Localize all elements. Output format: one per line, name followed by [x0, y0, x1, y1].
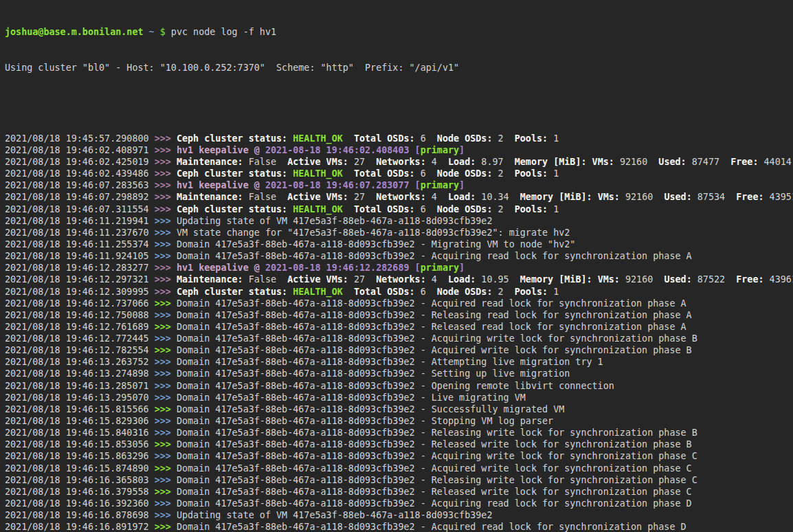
- log-message: Domain 417e5a3f-88eb-467a-a118-8d093cfb3…: [177, 498, 692, 509]
- label-total-osds: Total OSDs:: [343, 133, 415, 144]
- log-timestamp: 2021/08/18 19:46:15.829306: [5, 416, 155, 426]
- log-arrow: >>>: [155, 381, 177, 391]
- log-line: 2021/08/18 19:46:12.283277 >>> hv1 keepa…: [5, 262, 793, 274]
- log-line: 2021/08/18 19:45:57.290800 >>> Ceph clus…: [5, 133, 793, 144]
- value-memory-vms: 92160: [620, 274, 664, 285]
- label-ceph-status: Ceph cluster status:: [177, 287, 293, 297]
- label-maintenance: Maintenance:: [177, 274, 243, 285]
- log-timestamp: 2021/08/18 19:46:16.365803: [5, 475, 155, 485]
- label-maintenance: Maintenance:: [177, 157, 243, 167]
- log-arrow: >>>: [155, 498, 177, 509]
- log-timestamp: 2021/08/18 19:46:15.853056: [5, 439, 155, 450]
- log-line: 2021/08/18 19:46:15.829306 >>> Domain 41…: [5, 415, 793, 427]
- log-arrow: >>>: [155, 251, 177, 261]
- primary-flag: primary: [421, 180, 459, 190]
- log-line: 2021/08/18 19:46:15.853056 >>> Domain 41…: [5, 439, 793, 450]
- log-timestamp: 2021/08/18 19:46:15.863296: [5, 451, 155, 461]
- log-line: 2021/08/18 19:46:12.750088 >>> Domain 41…: [5, 309, 793, 321]
- log-timestamp: 2021/08/18 19:45:57.290800: [5, 133, 155, 144]
- value-node-osds: 2: [492, 133, 514, 144]
- log-message: Domain 417e5a3f-88eb-467a-a118-8d093cfb3…: [177, 451, 697, 461]
- log-message: Updating state of VM 417e5a3f-88eb-467a-…: [177, 216, 493, 226]
- value-free: 44014: [758, 157, 791, 167]
- log-arrow: >>>: [155, 510, 177, 520]
- log-line: 2021/08/18 19:46:02.408971 >>> hv1 keepa…: [5, 144, 793, 156]
- value-health: HEALTH_OK: [293, 204, 343, 214]
- log-line: 2021/08/18 19:46:07.283563 >>> hv1 keepa…: [5, 179, 793, 191]
- value-memory-vms: 92160: [614, 157, 659, 167]
- log-timestamp: 2021/08/18 19:46:12.750088: [5, 310, 155, 320]
- log-arrow: >>>: [155, 310, 177, 320]
- value-maintenance: False: [243, 274, 288, 285]
- log-timestamp: 2021/08/18 19:46:11.219941: [5, 216, 155, 226]
- log-arrow: >>>: [155, 522, 177, 532]
- label-active-vms: Active VMs:: [287, 274, 348, 285]
- terminal-window[interactable]: joshua@base.m.bonilan.net ~ $ pvc node l…: [0, 0, 793, 532]
- log-timestamp: 2021/08/18 19:46:15.840316: [5, 428, 155, 438]
- label-used: Used:: [664, 192, 691, 202]
- log-message: Domain 417e5a3f-88eb-467a-a118-8d093cfb3…: [177, 251, 692, 261]
- label-memory-vms: Memory [MiB]: VMs:: [520, 274, 620, 285]
- log-timestamp: 2021/08/18 19:46:07.311554: [5, 204, 155, 214]
- log-line: 2021/08/18 19:46:07.311554 >>> Ceph clus…: [5, 203, 793, 215]
- log-timestamp: 2021/08/18 19:46:15.874890: [5, 463, 155, 474]
- log-line: 2021/08/18 19:46:13.295070 >>> Domain 41…: [5, 392, 793, 403]
- log-arrow: >>>: [155, 392, 177, 403]
- value-networks: 4: [426, 157, 448, 167]
- label-active-vms: Active VMs:: [287, 157, 348, 167]
- log-line: 2021/08/18 19:46:15.840316 >>> Domain 41…: [5, 427, 793, 439]
- log-line: 2021/08/18 19:46:16.891972 >>> Domain 41…: [5, 521, 793, 532]
- bracket-open: [: [410, 145, 421, 155]
- log-arrow: >>>: [155, 487, 177, 497]
- log-line: 2021/08/18 19:46:12.761689 >>> Domain 41…: [5, 321, 793, 333]
- bracket-close: ]: [459, 263, 465, 273]
- primary-flag: primary: [421, 145, 459, 155]
- label-free: Free:: [736, 192, 763, 202]
- log-line: 2021/08/18 19:46:12.309995 >>> Ceph clus…: [5, 286, 793, 298]
- prompt-user-host: joshua@base.m.bonilan.net: [5, 27, 144, 37]
- log-timestamp: 2021/08/18 19:46:11.255374: [5, 239, 155, 250]
- primary-flag: primary: [421, 263, 459, 273]
- log-line: 2021/08/18 19:46:11.255374 >>> Domain 41…: [5, 239, 793, 250]
- log-timestamp: 2021/08/18 19:46:07.298892: [5, 192, 155, 202]
- log-line: 2021/08/18 19:46:15.874890 >>> Domain 41…: [5, 463, 793, 474]
- value-maintenance: False: [243, 157, 288, 167]
- log-arrow: >>>: [155, 157, 177, 167]
- log-line: 2021/08/18 19:46:16.392360 >>> Domain 41…: [5, 498, 793, 509]
- log-line: 2021/08/18 19:46:13.274898 >>> Domain 41…: [5, 368, 793, 379]
- log-message: Domain 417e5a3f-88eb-467a-a118-8d093cfb3…: [177, 463, 692, 474]
- log-arrow: >>>: [155, 428, 177, 438]
- value-maintenance: False: [243, 192, 288, 202]
- label-load: Load:: [448, 192, 476, 202]
- log-message: Domain 417e5a3f-88eb-467a-a118-8d093cfb3…: [177, 522, 686, 532]
- log-timestamp: 2021/08/18 19:46:02.439486: [5, 168, 155, 179]
- log-arrow: >>>: [155, 404, 177, 414]
- log-arrow: >>>: [155, 239, 177, 250]
- log-timestamp: 2021/08/18 19:46:02.408971: [5, 145, 155, 155]
- prompt-symbol: $: [160, 27, 171, 37]
- log-line: 2021/08/18 19:46:02.439486 >>> Ceph clus…: [5, 168, 793, 179]
- log-line: 2021/08/18 19:46:15.863296 >>> Domain 41…: [5, 450, 793, 462]
- log-line: 2021/08/18 19:46:07.298892 >>> Maintenan…: [5, 191, 793, 203]
- value-pools: 1: [548, 168, 559, 179]
- log-arrow: >>>: [155, 475, 177, 485]
- label-active-vms: Active VMs:: [287, 192, 348, 202]
- log-arrow: >>>: [155, 228, 177, 238]
- bracket-close: ]: [459, 145, 465, 155]
- log-arrow: >>>: [155, 345, 177, 355]
- value-pools: 1: [548, 133, 559, 144]
- value-free: 43961: [764, 274, 793, 285]
- log-line: 2021/08/18 19:46:16.878698 >>> Updating …: [5, 509, 793, 521]
- log-arrow: >>>: [155, 333, 177, 344]
- log-message: Domain 417e5a3f-88eb-467a-a118-8d093cfb3…: [177, 381, 614, 391]
- log-arrow: >>>: [155, 287, 177, 297]
- label-networks: Networks:: [376, 192, 426, 202]
- value-node-osds: 2: [492, 287, 514, 297]
- log-arrow: >>>: [155, 439, 177, 450]
- value-networks: 4: [426, 274, 448, 285]
- value-used: 87534: [692, 192, 737, 202]
- value-total-osds: 6: [415, 168, 437, 179]
- log-message: Domain 417e5a3f-88eb-467a-a118-8d093cfb3…: [177, 357, 603, 367]
- log-timestamp: 2021/08/18 19:46:13.263752: [5, 357, 155, 367]
- log-arrow: >>>: [155, 192, 177, 202]
